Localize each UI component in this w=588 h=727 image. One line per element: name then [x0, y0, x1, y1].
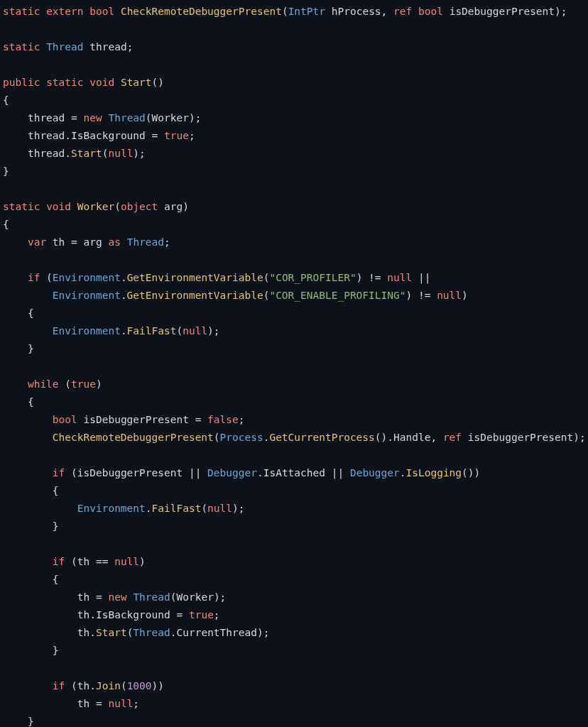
code-token-punc: . [121, 272, 127, 283]
code-token-punc [40, 201, 46, 212]
code-token-punc: ( [65, 556, 77, 567]
code-token-punc [3, 272, 28, 283]
code-token-kw: new [108, 591, 126, 603]
code-token-punc [3, 414, 53, 425]
code-token-punc: ; [164, 236, 170, 248]
code-token-type: Thread [133, 591, 170, 603]
code-token-str: "COR_PROFILER" [269, 272, 356, 283]
code-token-punc [3, 236, 28, 248]
code-token-punc: ) [139, 556, 146, 567]
code-token-ident: th [77, 609, 89, 621]
code-token-kw: null [108, 698, 133, 709]
code-token-punc: ); [133, 148, 145, 159]
code-token-punc [3, 627, 77, 638]
code-token-ident: th [77, 556, 89, 567]
code-token-kw: var [28, 236, 46, 248]
code-token-kw: true [164, 130, 189, 141]
code-token-ident: th [53, 236, 65, 248]
code-token-kw: ref [443, 432, 462, 443]
code-token-punc [443, 6, 450, 17]
code-token-punc: ( [170, 591, 177, 603]
code-token-type: Environment [77, 503, 146, 514]
code-token-punc [3, 556, 53, 567]
code-token-kw: static [3, 6, 40, 17]
code-token-func: FailFast [152, 503, 202, 514]
code-token-punc: . [400, 467, 406, 479]
code-token-ident: Worker [177, 591, 214, 603]
code-token-punc: . [65, 130, 71, 141]
code-token-str: "COR_ENABLE_PROFILING" [269, 290, 405, 301]
code-token-punc: . [121, 290, 127, 301]
code-token-kw: object [121, 201, 158, 212]
code-token-type: Process [220, 432, 263, 443]
code-token-type: Environment [53, 272, 121, 283]
code-token-ident: isDebuggerPresent [450, 6, 555, 17]
code-token-ident: arg [164, 201, 183, 212]
code-token-punc [71, 201, 77, 212]
code-token-punc: ); [214, 591, 226, 603]
code-token-punc [77, 414, 84, 425]
code-token-func: Start [71, 148, 102, 159]
code-token-punc [412, 6, 418, 17]
code-token-punc: ); [555, 6, 567, 17]
code-token-kw: new [84, 112, 102, 124]
code-token-kw: null [108, 148, 133, 159]
code-token-punc: { [3, 574, 59, 585]
code-token-punc: || [412, 272, 430, 283]
code-token-kw: false [207, 414, 239, 425]
code-token-punc: ( [65, 467, 77, 479]
code-token-punc [462, 432, 468, 443]
code-token-ident: isDebuggerPresent [468, 432, 573, 443]
code-token-kw: true [189, 609, 214, 621]
code-token-punc: . [89, 680, 96, 692]
code-token-kw: static [46, 77, 83, 88]
code-token-punc: ( [214, 432, 220, 443]
code-token-punc: ); [207, 325, 219, 337]
code-token-punc: ) [462, 290, 468, 301]
code-token-punc: ) [183, 201, 189, 212]
code-token-punc: ; [189, 130, 195, 141]
code-token-ident: th [77, 680, 89, 692]
code-token-punc: = [89, 591, 108, 603]
code-token-kw: while [28, 378, 59, 390]
code-token-func: GetCurrentProcess [269, 432, 374, 443]
code-token-type: Debugger [350, 467, 400, 479]
code-token-ident: thread [28, 112, 65, 124]
code-token-punc [84, 6, 90, 17]
code-token-punc [3, 591, 77, 603]
code-token-punc [84, 41, 90, 53]
code-token-kw: if [28, 272, 40, 283]
code-token-ident: Handle [393, 432, 430, 443]
code-token-punc: ( [65, 680, 77, 692]
code-token-kw: null [114, 556, 139, 567]
code-token-type: Environment [53, 290, 121, 301]
code-token-kw: extern [46, 6, 83, 17]
code-token-punc [3, 467, 53, 479]
code-token-ident: thread [28, 130, 65, 141]
code-token-punc: ; [214, 609, 220, 621]
code-token-ident: IsBackground [71, 130, 146, 141]
code-token-punc: . [65, 148, 71, 159]
code-token-punc [325, 6, 332, 17]
code-token-punc [3, 432, 53, 443]
code-token-kw: if [53, 556, 65, 567]
code-token-kw: if [53, 467, 65, 479]
code-token-punc: . [89, 627, 96, 638]
code-token-punc [40, 41, 46, 53]
code-token-punc: } [3, 645, 59, 656]
code-token-punc: ; [239, 414, 245, 425]
code-token-punc: . [89, 609, 96, 621]
code-token-punc: ( [282, 6, 288, 17]
code-token-punc [3, 290, 53, 301]
code-token-ident: Worker [152, 112, 189, 124]
code-token-punc: = [170, 609, 189, 621]
code-token-punc: == [89, 556, 114, 567]
code-token-type: Debugger [207, 467, 257, 479]
code-token-ident: arg [84, 236, 102, 248]
code-token-kw: void [46, 201, 71, 212]
code-token-func: Start [121, 77, 152, 88]
code-token-punc: ( [40, 272, 52, 283]
code-token-punc: } [3, 716, 34, 727]
code-token-punc: ( [146, 112, 152, 124]
code-token-punc: ; [127, 41, 134, 53]
